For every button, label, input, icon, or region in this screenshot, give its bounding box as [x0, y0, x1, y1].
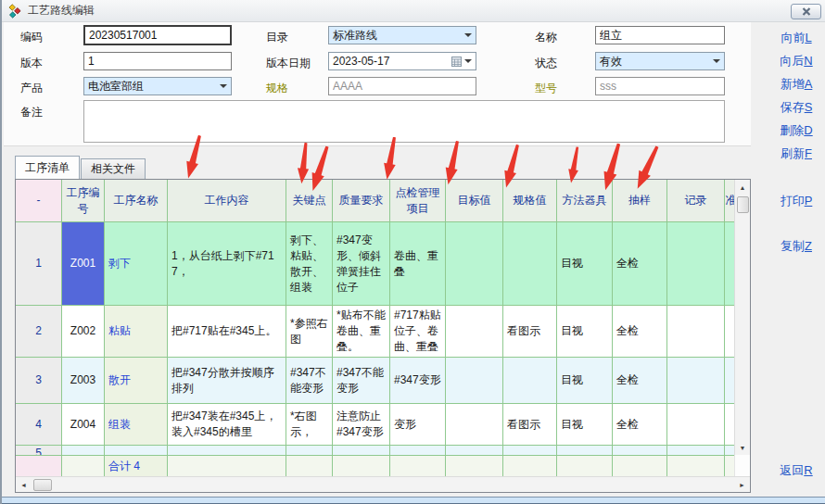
back-button[interactable]: 返回R — [768, 462, 825, 479]
grid-cell[interactable] — [446, 222, 503, 305]
grid-cell[interactable]: 把#347分散并按顺序排列 — [168, 358, 286, 403]
grid-cell[interactable]: 看图示 — [503, 306, 557, 357]
grid-header-cell[interactable]: 工序名称 — [105, 180, 168, 221]
delete-button[interactable]: 删除D — [768, 122, 825, 139]
grid-cell[interactable] — [613, 456, 667, 477]
grid-cell[interactable]: 4 — [16, 404, 62, 445]
grid-cell[interactable] — [333, 446, 390, 455]
grid-header-cell[interactable]: 记录 — [667, 180, 725, 221]
vertical-scrollbar[interactable]: ▲ ▼ — [734, 180, 750, 455]
grid-cell[interactable]: 注意防止#347变形 — [333, 404, 390, 445]
grid-cell[interactable]: 散开 — [105, 358, 168, 403]
grid-cell[interactable]: #347不能变形 — [286, 358, 333, 403]
grid-cell[interactable] — [725, 358, 734, 403]
vertical-scroll-thumb[interactable] — [737, 196, 749, 213]
grid-cell[interactable] — [446, 456, 503, 477]
grid-cell[interactable] — [333, 456, 390, 477]
spec-input[interactable] — [328, 77, 476, 95]
grid-cell[interactable] — [667, 358, 725, 403]
tab-process-list[interactable]: 工序清单 — [15, 156, 80, 179]
grid-header-cell[interactable]: 关键点 — [286, 180, 333, 221]
grid-cell[interactable] — [667, 456, 725, 477]
grid-cell[interactable] — [725, 404, 734, 445]
name-input[interactable] — [595, 26, 725, 44]
calendar-icon[interactable] — [451, 57, 462, 67]
grid-cell[interactable]: 组装 — [105, 404, 168, 445]
grid-cell[interactable]: 变形 — [390, 404, 446, 445]
grid-cell[interactable] — [725, 222, 734, 305]
grid-cell[interactable]: *右图示， — [286, 404, 333, 445]
prev-button[interactable]: 向前L — [768, 30, 825, 46]
grid-cell[interactable] — [725, 306, 734, 357]
grid-cell[interactable]: #347变形、倾斜弹簧挂住位子 — [333, 222, 390, 305]
grid-cell[interactable]: 目视 — [557, 222, 613, 305]
scroll-left-icon[interactable]: ◄ — [16, 477, 32, 492]
grid-cell[interactable]: 3 — [16, 358, 62, 403]
grid-cell[interactable] — [62, 456, 105, 477]
grid-cell[interactable] — [503, 222, 557, 305]
print-button[interactable]: 打印P — [768, 193, 825, 209]
grid-cell[interactable] — [446, 306, 503, 357]
copy-button[interactable]: 复制Z — [768, 238, 825, 255]
catalog-select[interactable]: 标准路线 — [328, 26, 476, 44]
scroll-up-icon[interactable]: ▲ — [735, 180, 751, 195]
grid-cell[interactable] — [667, 404, 725, 445]
grid-header-cell[interactable]: 方法器具 — [557, 180, 613, 221]
scroll-down-icon[interactable]: ▼ — [735, 440, 751, 455]
grid-header-cell[interactable]: 质量要求 — [333, 180, 390, 221]
grid-cell[interactable]: 把#347装在#345上，装入#345的槽里 — [168, 404, 286, 445]
grid-header-cell[interactable]: 准 — [725, 180, 734, 221]
grid-header-cell[interactable]: 抽样 — [613, 180, 667, 221]
horizontal-scrollbar[interactable]: ◄ ► — [16, 476, 750, 492]
grid-cell[interactable] — [725, 456, 734, 477]
grid-cell[interactable] — [667, 222, 725, 305]
grid-cell[interactable] — [557, 456, 613, 477]
grid-cell[interactable]: *贴布不能卷曲、重叠。 — [333, 306, 390, 357]
add-button[interactable]: 新增A — [768, 76, 825, 93]
grid-cell[interactable]: 全检 — [613, 222, 667, 305]
grid-cell[interactable]: 剥下、粘贴、散开、组装 — [286, 222, 333, 305]
grid-cell[interactable] — [446, 404, 503, 445]
grid-cell[interactable] — [446, 446, 503, 455]
grid-cell[interactable]: 5 — [16, 446, 62, 455]
grid-header-cell[interactable]: 点检管理项目 — [390, 180, 446, 221]
grid-cell[interactable] — [667, 306, 725, 357]
grid-cell[interactable]: 全检 — [613, 404, 667, 445]
grid-cell[interactable]: Z004 — [62, 404, 105, 445]
next-button[interactable]: 向后N — [768, 53, 825, 69]
grid-header-cell[interactable]: 工序编号 — [62, 180, 105, 221]
grid-cell[interactable]: 剥下 — [105, 222, 168, 305]
grid-cell[interactable]: 全检 — [613, 358, 667, 403]
grid-cell[interactable] — [667, 446, 725, 455]
close-button[interactable] — [791, 4, 821, 19]
grid-cell[interactable]: Z003 — [62, 358, 105, 403]
grid-cell[interactable] — [557, 446, 613, 455]
tab-related-files[interactable]: 相关文件 — [81, 158, 146, 179]
grid-cell[interactable]: Z002 — [62, 306, 105, 357]
grid-cell[interactable] — [503, 456, 557, 477]
grid-cell[interactable] — [390, 456, 446, 477]
grid-cell[interactable] — [725, 446, 734, 455]
grid-cell[interactable]: 目视 — [557, 358, 613, 403]
grid-cell[interactable]: 卷曲、重叠 — [390, 222, 446, 305]
save-button[interactable]: 保存S — [768, 99, 825, 116]
scroll-right-icon[interactable]: ► — [734, 477, 750, 492]
grid-cell[interactable]: 看图示 — [503, 404, 557, 445]
grid-cell[interactable] — [446, 358, 503, 403]
grid-cell[interactable]: 粘贴 — [105, 306, 168, 357]
grid-cell[interactable] — [286, 446, 333, 455]
grid-cell[interactable]: *参照右图 — [286, 306, 333, 357]
grid-cell[interactable] — [168, 456, 286, 477]
grid-cell[interactable]: #717粘贴位子、卷曲、重叠 — [390, 306, 446, 357]
code-input[interactable] — [83, 25, 232, 45]
grid-cell[interactable] — [503, 358, 557, 403]
model-input[interactable] — [595, 77, 725, 95]
refresh-button[interactable]: 刷新F — [768, 145, 825, 162]
version-input[interactable] — [83, 52, 232, 70]
grid-cell[interactable]: 合计 4 — [105, 456, 168, 477]
grid-cell[interactable]: 目视 — [557, 404, 613, 445]
grid-cell[interactable] — [503, 446, 557, 455]
grid-cell[interactable] — [16, 456, 62, 477]
grid-cell[interactable] — [286, 456, 333, 477]
grid-cell[interactable]: 2 — [16, 306, 62, 357]
